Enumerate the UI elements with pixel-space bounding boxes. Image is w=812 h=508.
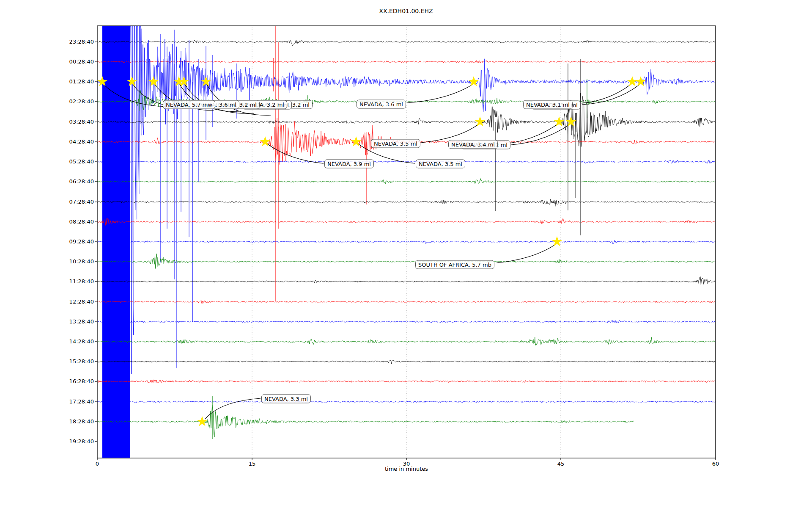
y-tick-label: 01:28:40 [43, 78, 94, 85]
seismogram-trace [97, 380, 715, 383]
seismogram-trace [97, 199, 715, 206]
y-tick-label: 23:28:40 [43, 39, 94, 45]
y-tick-label: 18:28:40 [43, 418, 94, 425]
event-label: SOUTH OF AFRICA, 5.7 mb [415, 260, 494, 269]
annotation-leader [407, 84, 474, 103]
seismogram-plot-canvas [0, 0, 812, 508]
event-label: NEVADA, 3.1 ml [523, 100, 573, 109]
y-tick-label: 07:28:40 [43, 199, 94, 205]
event-star-icon [197, 416, 208, 426]
x-tick-label: 0 [85, 461, 110, 467]
y-tick-label: 09:28:40 [43, 238, 94, 245]
event-label: NEVADA, 3.4 ml [448, 140, 498, 149]
event-label: NEVADA, 3.5 ml [371, 139, 420, 148]
event-star-icon [469, 76, 479, 86]
x-tick-label: 45 [548, 461, 573, 467]
x-tick-label: 15 [239, 461, 265, 467]
annotation-leader [206, 83, 271, 115]
event-star-icon [566, 116, 576, 127]
x-tick-label: 30 [394, 461, 419, 467]
y-tick-label: 16:28:40 [43, 378, 94, 384]
y-tick-label: 03:28:40 [43, 119, 94, 125]
x-tick-label: 60 [703, 461, 728, 467]
y-tick-label: 12:28:40 [43, 298, 94, 305]
seismogram-dayplot: XX.EDH01.00.EHZ time in minutes 23:28:40… [0, 0, 812, 508]
y-tick-label: 06:28:40 [43, 178, 94, 185]
event-star-icon [475, 116, 486, 127]
y-tick-label: 02:28:40 [43, 98, 94, 105]
y-tick-label: 05:28:40 [43, 158, 94, 165]
seismogram-trace [97, 61, 715, 63]
seismogram-trace [97, 277, 715, 285]
annotation-leader [497, 244, 556, 263]
seismogram-trace [97, 405, 634, 437]
event-label: NEVADA, 3.6 ml [357, 100, 406, 109]
annotation-leader [510, 124, 558, 143]
event-label: NEVADA, 3.3 ml [261, 395, 311, 403]
y-tick-label: 11:28:40 [43, 278, 94, 284]
y-tick-label: 14:28:40 [43, 338, 94, 345]
event-label: NEVADA, 3.9 ml [324, 160, 374, 168]
y-tick-label: 19:28:40 [43, 438, 94, 444]
y-tick-label: 00:28:40 [43, 58, 94, 65]
y-tick-label: 17:28:40 [43, 398, 94, 405]
seismogram-trace [97, 179, 715, 184]
y-tick-label: 04:28:40 [43, 138, 94, 145]
event-star-icon [636, 76, 646, 86]
y-tick-label: 15:28:40 [43, 358, 94, 364]
event-label: NEVADA, 5.7 mw [163, 100, 215, 109]
event-label: NEVADA, 3.5 ml [416, 160, 465, 168]
y-tick-label: 08:28:40 [43, 218, 94, 225]
event-star-icon [627, 76, 638, 86]
plot-title: XX.EDH01.00.EHZ [0, 8, 812, 14]
y-tick-label: 10:28:40 [43, 258, 94, 265]
y-tick-label: 13:28:40 [43, 318, 94, 325]
